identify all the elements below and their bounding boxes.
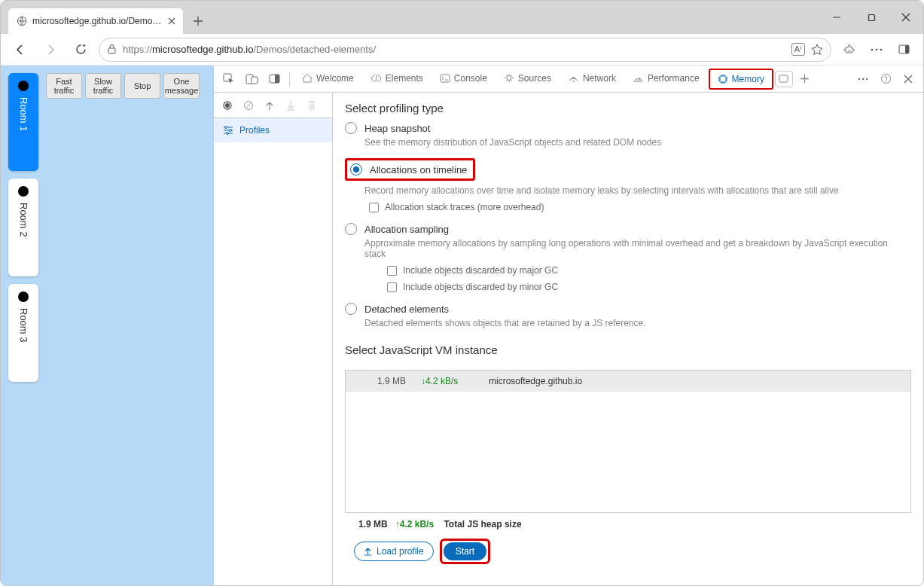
room-button-2[interactable]: Room 2 xyxy=(8,179,38,276)
close-icon[interactable] xyxy=(168,17,175,25)
checkbox-icon[interactable] xyxy=(387,266,397,276)
tab-elements[interactable]: Elements xyxy=(363,66,431,93)
svg-point-14 xyxy=(507,76,511,81)
memory-panel: Select profiling type Heap snapshot See … xyxy=(333,93,923,586)
vm-instance-row[interactable]: 1.9 MB ↓4.2 kB/s microsoftedge.github.io xyxy=(346,371,910,392)
address-bar: https://microsoftedge.github.io/Demos/de… xyxy=(1,34,923,66)
page-content: Room 1 Room 2 Room 3 Fasttraffic Slowtra… xyxy=(1,66,213,586)
svg-point-18 xyxy=(858,78,860,79)
profiles-item[interactable]: Profiles xyxy=(214,118,332,142)
option-detached-elements[interactable]: Detached elements Detached elements show… xyxy=(345,303,911,328)
more-icon[interactable] xyxy=(865,38,889,62)
add-tab-icon[interactable] xyxy=(794,69,816,90)
checkbox-minor-gc[interactable]: Include objects discarded by minor GC xyxy=(387,282,911,292)
window-close-button[interactable] xyxy=(889,1,923,34)
radio-icon[interactable] xyxy=(345,223,357,235)
section-title: Select profiling type xyxy=(345,102,911,114)
load-profile-button[interactable]: Load profile xyxy=(354,542,434,561)
globe-icon xyxy=(16,15,28,27)
maximize-button[interactable] xyxy=(854,1,889,34)
url-input[interactable]: https://microsoftedge.github.io/Demos/de… xyxy=(99,38,831,62)
fast-traffic-button[interactable]: Fasttraffic xyxy=(46,73,82,99)
svg-rect-17 xyxy=(779,75,788,82)
tab-label: microsoftedge.github.io/Demos/c xyxy=(32,16,163,26)
checkbox-icon[interactable] xyxy=(369,203,379,212)
option-allocations-timeline[interactable]: Allocations on timeline Record memory al… xyxy=(345,158,911,212)
svg-point-19 xyxy=(862,78,864,79)
load-icon[interactable] xyxy=(283,98,298,113)
refresh-button[interactable] xyxy=(69,38,93,62)
start-button[interactable]: Start xyxy=(440,539,490,564)
svg-point-22 xyxy=(885,81,886,82)
forward-button[interactable] xyxy=(38,38,63,62)
sliders-icon xyxy=(223,126,233,135)
tab-memory[interactable]: Memory xyxy=(709,69,773,90)
back-button[interactable] xyxy=(8,38,32,62)
delete-icon[interactable] xyxy=(304,98,319,113)
option-heap-snapshot[interactable]: Heap snapshot See the memory distributio… xyxy=(345,122,911,148)
help-icon[interactable] xyxy=(875,69,896,90)
svg-point-27 xyxy=(230,130,232,132)
tab-overflow-icon[interactable] xyxy=(775,71,793,87)
svg-point-4 xyxy=(876,48,878,50)
radio-icon[interactable] xyxy=(345,303,357,315)
radio-icon[interactable] xyxy=(350,163,362,175)
option-allocation-sampling[interactable]: Allocation sampling Approximate memory a… xyxy=(345,223,911,292)
heap-stats: 1.9 MB ↑4.2 kB/s Total JS heap size xyxy=(345,513,911,536)
window-controls xyxy=(819,1,923,34)
sidebar-icon[interactable] xyxy=(892,38,916,62)
tab-performance[interactable]: Performance xyxy=(625,66,707,93)
svg-point-24 xyxy=(225,103,230,108)
tab-welcome[interactable]: Welcome xyxy=(294,66,361,93)
svg-rect-1 xyxy=(868,14,874,20)
url-text: https://microsoftedge.github.io/Demos/de… xyxy=(123,44,785,55)
inspect-icon[interactable] xyxy=(218,69,239,90)
slow-traffic-button[interactable]: Slowtraffic xyxy=(85,73,121,99)
minimize-button[interactable] xyxy=(819,1,854,34)
one-message-button[interactable]: Onemessage xyxy=(163,73,200,99)
radio-icon[interactable] xyxy=(345,122,357,134)
checkbox-stack-traces[interactable]: Allocation stack traces (more overhead) xyxy=(369,202,911,212)
svg-point-26 xyxy=(225,127,227,129)
devtools: Welcome Elements Console Sources Network… xyxy=(213,66,923,586)
tab-sources[interactable]: Sources xyxy=(496,66,559,93)
extensions-icon[interactable] xyxy=(837,38,861,62)
window-titlebar: microsoftedge.github.io/Demos/c xyxy=(1,1,923,34)
record-icon[interactable] xyxy=(220,98,235,113)
devtools-tabbar: Welcome Elements Console Sources Network… xyxy=(214,66,923,93)
vm-instance-list: 1.9 MB ↓4.2 kB/s microsoftedge.github.io xyxy=(345,370,911,513)
stop-button[interactable]: Stop xyxy=(124,73,160,99)
section-title-vm: Select JavaScript VM instance xyxy=(345,343,911,356)
room-button-3[interactable]: Room 3 xyxy=(8,284,38,382)
svg-point-3 xyxy=(871,48,874,50)
svg-rect-13 xyxy=(441,75,450,82)
svg-point-28 xyxy=(227,133,229,135)
devtools-sidebar: Profiles xyxy=(214,93,333,586)
dot-icon xyxy=(18,186,29,197)
svg-point-20 xyxy=(866,78,868,79)
favorite-icon[interactable] xyxy=(811,44,823,56)
upload-icon xyxy=(364,547,372,556)
svg-rect-7 xyxy=(905,45,909,53)
dock-icon[interactable] xyxy=(264,69,285,90)
browser-tab[interactable]: microsoftedge.github.io/Demos/c xyxy=(8,8,183,34)
read-aloud-icon[interactable]: A⁾ xyxy=(791,43,805,56)
svg-rect-2 xyxy=(108,48,115,53)
device-icon[interactable] xyxy=(241,69,262,90)
checkbox-icon[interactable] xyxy=(387,282,397,292)
svg-rect-10 xyxy=(252,77,258,84)
clear-icon[interactable] xyxy=(241,98,256,113)
dot-icon xyxy=(18,291,29,302)
new-tab-button[interactable] xyxy=(188,11,209,32)
svg-point-5 xyxy=(880,48,883,50)
svg-rect-16 xyxy=(720,76,726,82)
tab-console[interactable]: Console xyxy=(432,66,495,93)
room-button-1[interactable]: Room 1 xyxy=(8,73,38,171)
tab-network[interactable]: Network xyxy=(560,66,624,93)
gc-icon[interactable] xyxy=(262,98,277,113)
devtools-more-icon[interactable] xyxy=(852,69,874,90)
devtools-close-icon[interactable] xyxy=(898,69,919,90)
checkbox-major-gc[interactable]: Include objects discarded by major GC xyxy=(387,265,911,276)
lock-icon xyxy=(107,44,117,55)
dot-icon xyxy=(18,81,29,91)
